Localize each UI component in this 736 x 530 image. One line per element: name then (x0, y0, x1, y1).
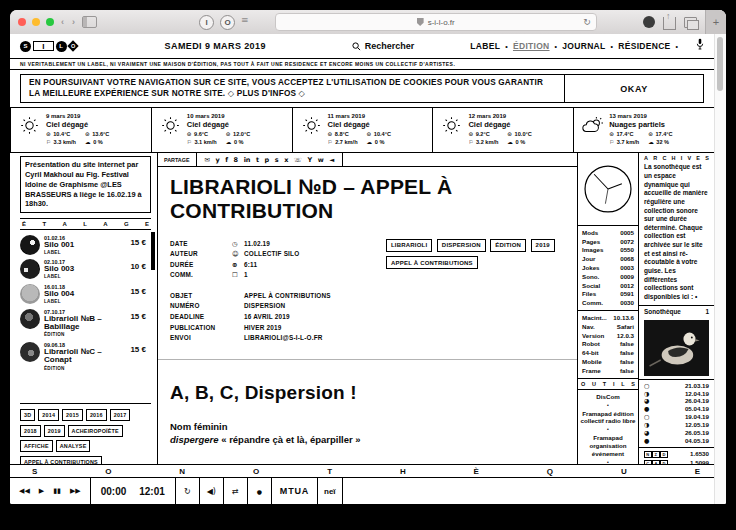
share-icon[interactable]: x (284, 156, 288, 164)
share-icon[interactable]: 8 (234, 156, 239, 164)
etalage-scrollbar-thumb[interactable] (151, 232, 155, 270)
forward-button[interactable]: › (71, 18, 76, 27)
record-button[interactable]: ● (248, 478, 272, 504)
article-tag-chip[interactable]: LIBRARIOLI (386, 239, 432, 252)
share-icon[interactable] (663, 17, 676, 30)
share-icon[interactable]: ☏ (294, 156, 302, 164)
tool-link[interactable]: DisCom (580, 393, 636, 401)
microphone-icon[interactable] (696, 37, 704, 55)
article-tag-chip[interactable]: 2019 (531, 239, 555, 252)
moon-row: ● 05.04.19 (644, 405, 709, 413)
share-icon[interactable]: p (265, 156, 270, 164)
weather-condition: Ciel dégagé (187, 120, 250, 129)
tool-link[interactable]: Framapad organisation événement (580, 434, 636, 458)
moon-phase-icon: ○ (644, 382, 649, 390)
item-title: Silo 001 (44, 241, 74, 250)
tag-chip[interactable]: 2015 (62, 409, 83, 421)
tool-link[interactable]: Framapad édition collectif radio libre (580, 410, 636, 426)
mtua-button[interactable]: MTUA (272, 478, 318, 504)
outils-letter: S (631, 381, 635, 387)
back-button[interactable]: ‹ (60, 18, 65, 27)
tag-chip[interactable]: APPEL À CONTRIBUTIONS (20, 456, 102, 465)
nei-button[interactable]: neï (318, 478, 343, 504)
shop-item[interactable]: 01.02.16 Silo 001 LABEL 15 € (20, 230, 150, 255)
rewind-button[interactable]: ◀◀ (19, 487, 30, 495)
sonotheque-row[interactable]: Sonothèque 1 (639, 305, 714, 317)
cookie-okay-button[interactable]: OKAY (564, 75, 703, 102)
search-control[interactable]: Rechercher (352, 41, 415, 51)
tools-list: DisCom • Framapad édition collectif radi… (578, 390, 638, 464)
cookie-more-link[interactable]: ◇ PLUS D'INFOS ◇ (228, 89, 305, 98)
player-track-area[interactable] (343, 478, 714, 504)
nav-item[interactable]: RÉSIDENCE (618, 41, 670, 51)
moon-phase-icon: ◕ (644, 429, 649, 437)
article-meta: DATE ◷ 11.02.19 AUTEUR ☺ COLLECTIF SILO (170, 239, 360, 344)
article-tag-chip[interactable]: DISPERSION (437, 239, 486, 252)
wind-flag-icon: ⚐ (468, 139, 473, 145)
pause-button[interactable]: ▮▮ (53, 487, 61, 495)
wind-speed: ⚐ 3.3 km/h (46, 139, 76, 147)
zoom-window-button[interactable] (46, 18, 54, 26)
meta-row: COMM. ☐ 1 (170, 270, 360, 281)
tag-chip[interactable]: ANALYSE (56, 440, 91, 452)
tag-chip[interactable]: 2014 (38, 409, 59, 421)
shop-item[interactable]: 16.01.18 Silo 004 LABEL 15 € (20, 279, 150, 304)
tab-overview-icon[interactable] (684, 17, 697, 28)
shuffle-button[interactable]: ⇄ (224, 478, 248, 504)
forward-button[interactable]: ▶▶ (70, 487, 81, 495)
share-icon[interactable]: y (216, 156, 220, 164)
article-tag-chip[interactable]: APPEL À CONTRIBUTIONS (386, 256, 478, 269)
share-icon[interactable]: in (244, 156, 251, 164)
silo-logo[interactable]: S I L O (20, 41, 77, 52)
cloud-icon: ☁ (367, 139, 373, 145)
page-scrollbar-thumb[interactable] (717, 37, 723, 91)
item-category: LABEL (44, 299, 74, 304)
loop-button[interactable]: ↻ (176, 478, 200, 504)
share-icon[interactable]: Y (307, 156, 312, 164)
reader-mode-icon[interactable]: ≡ (241, 15, 249, 30)
play-button[interactable]: ▶ (39, 487, 44, 495)
extension-icon[interactable]: O (220, 15, 235, 30)
outils-letter: I (613, 381, 615, 387)
moon-date: 05.04.19 (685, 405, 709, 413)
item-price: 15 € (130, 284, 150, 296)
shop-item[interactable]: 09.06.18 Librarioli №C – Conapt ÉDITION … (20, 337, 150, 370)
moon-row: ○ 21.03.19 (644, 382, 709, 390)
nav-separator: • (555, 43, 558, 50)
sonotheque-letter: O (253, 467, 259, 476)
sidebar-toggle-icon[interactable] (82, 16, 97, 28)
wind-speed: ⚐ 3.1 km/h (187, 139, 217, 147)
share-icon[interactable]: ✉ (205, 156, 210, 164)
share-icon[interactable]: f (225, 156, 228, 164)
reload-icon[interactable]: ↻ (583, 17, 591, 27)
extension-icon[interactable]: l (199, 15, 214, 30)
main-nav: LABEL • ÉDITION • JOURNAL • RÉSIDENCE • (470, 41, 678, 51)
tag-chip[interactable]: 2017 (110, 409, 131, 421)
tag-chip[interactable]: 2019 (44, 425, 65, 437)
share-icon[interactable]: ◄ (329, 156, 334, 164)
meta-icon: ◷ (232, 239, 244, 250)
shop-item[interactable]: 02.10.17 Silo 003 LABEL 10 € (20, 255, 150, 280)
article-tag-chip[interactable]: ÉDITION (490, 239, 526, 252)
nav-item[interactable]: LABEL (470, 41, 500, 51)
minimize-window-button[interactable] (32, 18, 40, 26)
share-icon[interactable]: w (318, 156, 324, 164)
tag-chip[interactable]: 2018 (20, 425, 41, 437)
close-window-button[interactable] (18, 18, 26, 26)
tag-chip[interactable]: AFFICHE (20, 440, 53, 452)
tag-chip[interactable]: 2016 (86, 409, 107, 421)
extension-badge-icon[interactable] (643, 16, 655, 28)
share-icon[interactable]: s (275, 156, 279, 164)
nav-item[interactable]: JOURNAL (562, 41, 605, 51)
address-bar[interactable]: s-i-l-o.fr ↻ (275, 13, 597, 31)
tag-chip[interactable]: ACHEIROPOÏÈTE (68, 425, 123, 437)
share-icon[interactable]: t (256, 156, 259, 164)
shop-item[interactable]: 07.10.17 Librarioli №B – Babillage ÉDITI… (20, 304, 150, 337)
tag-chip[interactable]: 3D (20, 409, 35, 421)
volume-button[interactable]: ◀) (200, 478, 224, 504)
new-tab-button[interactable]: + (705, 10, 726, 34)
temperature-icon: ⊙ (609, 131, 614, 137)
right-sidebar: Mods0005Pages0072Images0550Jour0068Jokes… (578, 153, 714, 464)
temperature-icon: ⊙ (328, 131, 333, 137)
nav-item[interactable]: ÉDITION (513, 41, 550, 51)
